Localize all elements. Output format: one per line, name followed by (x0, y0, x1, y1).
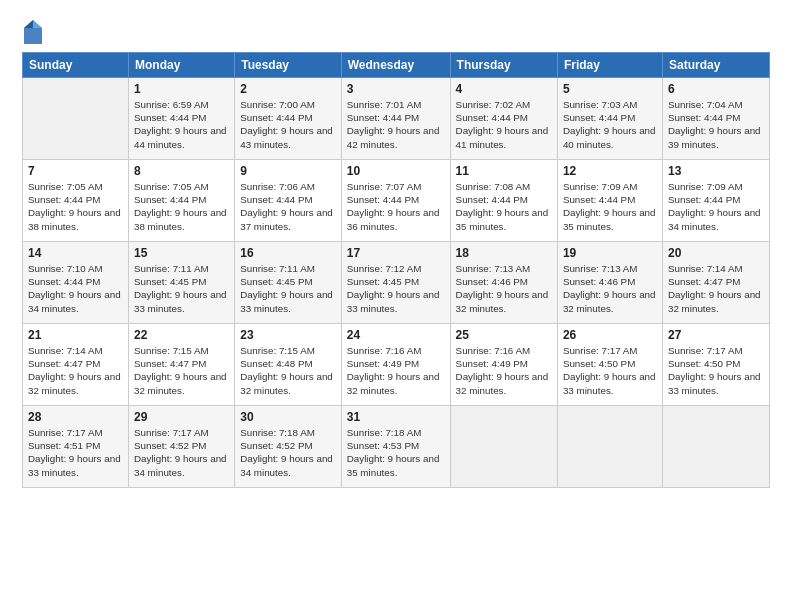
calendar-cell: 24Sunrise: 7:16 AM Sunset: 4:49 PM Dayli… (341, 324, 450, 406)
day-number: 17 (347, 246, 445, 260)
day-number: 19 (563, 246, 657, 260)
day-number: 30 (240, 410, 336, 424)
weekday-header-wednesday: Wednesday (341, 53, 450, 78)
day-number: 5 (563, 82, 657, 96)
day-number: 25 (456, 328, 552, 342)
calendar-cell: 12Sunrise: 7:09 AM Sunset: 4:44 PM Dayli… (557, 160, 662, 242)
weekday-header-sunday: Sunday (23, 53, 129, 78)
day-info: Sunrise: 7:17 AM Sunset: 4:52 PM Dayligh… (134, 426, 229, 479)
calendar-cell: 30Sunrise: 7:18 AM Sunset: 4:52 PM Dayli… (235, 406, 342, 488)
day-number: 2 (240, 82, 336, 96)
day-number: 20 (668, 246, 764, 260)
day-number: 21 (28, 328, 123, 342)
day-number: 3 (347, 82, 445, 96)
calendar-week-row: 7Sunrise: 7:05 AM Sunset: 4:44 PM Daylig… (23, 160, 770, 242)
day-number: 28 (28, 410, 123, 424)
weekday-header-row: SundayMondayTuesdayWednesdayThursdayFrid… (23, 53, 770, 78)
calendar-cell: 9Sunrise: 7:06 AM Sunset: 4:44 PM Daylig… (235, 160, 342, 242)
day-number: 14 (28, 246, 123, 260)
calendar-cell: 3Sunrise: 7:01 AM Sunset: 4:44 PM Daylig… (341, 78, 450, 160)
day-info: Sunrise: 7:14 AM Sunset: 4:47 PM Dayligh… (668, 262, 764, 315)
day-info: Sunrise: 7:13 AM Sunset: 4:46 PM Dayligh… (456, 262, 552, 315)
calendar-cell: 11Sunrise: 7:08 AM Sunset: 4:44 PM Dayli… (450, 160, 557, 242)
day-info: Sunrise: 6:59 AM Sunset: 4:44 PM Dayligh… (134, 98, 229, 151)
day-info: Sunrise: 7:00 AM Sunset: 4:44 PM Dayligh… (240, 98, 336, 151)
calendar-cell: 25Sunrise: 7:16 AM Sunset: 4:49 PM Dayli… (450, 324, 557, 406)
weekday-header-friday: Friday (557, 53, 662, 78)
calendar-cell: 6Sunrise: 7:04 AM Sunset: 4:44 PM Daylig… (662, 78, 769, 160)
weekday-header-tuesday: Tuesday (235, 53, 342, 78)
day-info: Sunrise: 7:09 AM Sunset: 4:44 PM Dayligh… (563, 180, 657, 233)
day-info: Sunrise: 7:01 AM Sunset: 4:44 PM Dayligh… (347, 98, 445, 151)
day-number: 26 (563, 328, 657, 342)
calendar-cell: 8Sunrise: 7:05 AM Sunset: 4:44 PM Daylig… (128, 160, 234, 242)
day-info: Sunrise: 7:17 AM Sunset: 4:50 PM Dayligh… (668, 344, 764, 397)
day-info: Sunrise: 7:02 AM Sunset: 4:44 PM Dayligh… (456, 98, 552, 151)
day-number: 27 (668, 328, 764, 342)
day-number: 16 (240, 246, 336, 260)
calendar-cell (23, 78, 129, 160)
day-number: 29 (134, 410, 229, 424)
day-info: Sunrise: 7:15 AM Sunset: 4:47 PM Dayligh… (134, 344, 229, 397)
svg-marker-1 (33, 20, 42, 28)
day-info: Sunrise: 7:05 AM Sunset: 4:44 PM Dayligh… (134, 180, 229, 233)
calendar-cell (662, 406, 769, 488)
day-number: 18 (456, 246, 552, 260)
day-info: Sunrise: 7:12 AM Sunset: 4:45 PM Dayligh… (347, 262, 445, 315)
calendar-cell (450, 406, 557, 488)
day-number: 24 (347, 328, 445, 342)
calendar-cell: 14Sunrise: 7:10 AM Sunset: 4:44 PM Dayli… (23, 242, 129, 324)
calendar-cell (557, 406, 662, 488)
day-number: 7 (28, 164, 123, 178)
day-info: Sunrise: 7:18 AM Sunset: 4:52 PM Dayligh… (240, 426, 336, 479)
day-number: 1 (134, 82, 229, 96)
day-info: Sunrise: 7:16 AM Sunset: 4:49 PM Dayligh… (456, 344, 552, 397)
calendar-cell: 23Sunrise: 7:15 AM Sunset: 4:48 PM Dayli… (235, 324, 342, 406)
calendar-cell: 15Sunrise: 7:11 AM Sunset: 4:45 PM Dayli… (128, 242, 234, 324)
calendar-cell: 18Sunrise: 7:13 AM Sunset: 4:46 PM Dayli… (450, 242, 557, 324)
day-number: 8 (134, 164, 229, 178)
day-number: 10 (347, 164, 445, 178)
svg-marker-2 (24, 20, 33, 28)
day-info: Sunrise: 7:14 AM Sunset: 4:47 PM Dayligh… (28, 344, 123, 397)
calendar-table: SundayMondayTuesdayWednesdayThursdayFrid… (22, 52, 770, 488)
calendar-cell: 5Sunrise: 7:03 AM Sunset: 4:44 PM Daylig… (557, 78, 662, 160)
calendar-week-row: 1Sunrise: 6:59 AM Sunset: 4:44 PM Daylig… (23, 78, 770, 160)
day-info: Sunrise: 7:09 AM Sunset: 4:44 PM Dayligh… (668, 180, 764, 233)
calendar-cell: 27Sunrise: 7:17 AM Sunset: 4:50 PM Dayli… (662, 324, 769, 406)
day-number: 22 (134, 328, 229, 342)
day-info: Sunrise: 7:11 AM Sunset: 4:45 PM Dayligh… (240, 262, 336, 315)
day-info: Sunrise: 7:11 AM Sunset: 4:45 PM Dayligh… (134, 262, 229, 315)
day-info: Sunrise: 7:06 AM Sunset: 4:44 PM Dayligh… (240, 180, 336, 233)
day-info: Sunrise: 7:18 AM Sunset: 4:53 PM Dayligh… (347, 426, 445, 479)
weekday-header-saturday: Saturday (662, 53, 769, 78)
day-info: Sunrise: 7:15 AM Sunset: 4:48 PM Dayligh… (240, 344, 336, 397)
day-number: 23 (240, 328, 336, 342)
day-number: 11 (456, 164, 552, 178)
weekday-header-monday: Monday (128, 53, 234, 78)
calendar-cell: 20Sunrise: 7:14 AM Sunset: 4:47 PM Dayli… (662, 242, 769, 324)
day-number: 9 (240, 164, 336, 178)
calendar-week-row: 28Sunrise: 7:17 AM Sunset: 4:51 PM Dayli… (23, 406, 770, 488)
day-info: Sunrise: 7:13 AM Sunset: 4:46 PM Dayligh… (563, 262, 657, 315)
day-info: Sunrise: 7:04 AM Sunset: 4:44 PM Dayligh… (668, 98, 764, 151)
day-info: Sunrise: 7:10 AM Sunset: 4:44 PM Dayligh… (28, 262, 123, 315)
day-info: Sunrise: 7:08 AM Sunset: 4:44 PM Dayligh… (456, 180, 552, 233)
calendar-cell: 2Sunrise: 7:00 AM Sunset: 4:44 PM Daylig… (235, 78, 342, 160)
calendar-cell: 7Sunrise: 7:05 AM Sunset: 4:44 PM Daylig… (23, 160, 129, 242)
calendar-cell: 4Sunrise: 7:02 AM Sunset: 4:44 PM Daylig… (450, 78, 557, 160)
day-info: Sunrise: 7:03 AM Sunset: 4:44 PM Dayligh… (563, 98, 657, 151)
calendar-cell: 29Sunrise: 7:17 AM Sunset: 4:52 PM Dayli… (128, 406, 234, 488)
day-number: 31 (347, 410, 445, 424)
calendar-cell: 13Sunrise: 7:09 AM Sunset: 4:44 PM Dayli… (662, 160, 769, 242)
calendar-cell: 26Sunrise: 7:17 AM Sunset: 4:50 PM Dayli… (557, 324, 662, 406)
weekday-header-thursday: Thursday (450, 53, 557, 78)
day-number: 4 (456, 82, 552, 96)
calendar-cell: 10Sunrise: 7:07 AM Sunset: 4:44 PM Dayli… (341, 160, 450, 242)
calendar-week-row: 21Sunrise: 7:14 AM Sunset: 4:47 PM Dayli… (23, 324, 770, 406)
page: SundayMondayTuesdayWednesdayThursdayFrid… (0, 0, 792, 612)
day-number: 15 (134, 246, 229, 260)
calendar-week-row: 14Sunrise: 7:10 AM Sunset: 4:44 PM Dayli… (23, 242, 770, 324)
logo-icon (22, 18, 44, 46)
calendar-cell: 16Sunrise: 7:11 AM Sunset: 4:45 PM Dayli… (235, 242, 342, 324)
